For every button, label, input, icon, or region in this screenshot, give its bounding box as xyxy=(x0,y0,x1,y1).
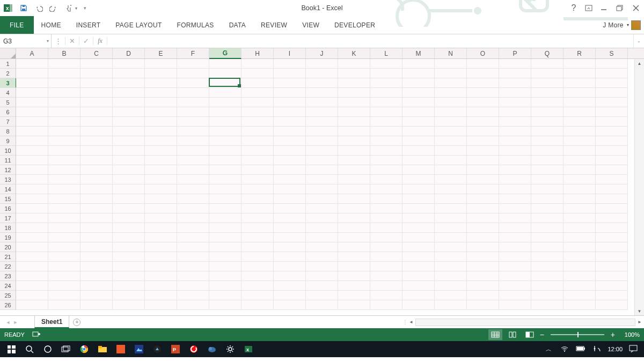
cell[interactable] xyxy=(113,242,145,252)
cell[interactable] xyxy=(596,98,628,107)
cell[interactable] xyxy=(48,252,80,262)
cell[interactable] xyxy=(241,213,274,223)
cell[interactable] xyxy=(80,165,113,175)
zoom-in-button[interactable]: + xyxy=(611,330,615,339)
battery-icon[interactable] xyxy=(575,346,586,352)
cell[interactable] xyxy=(596,252,628,262)
cell[interactable] xyxy=(531,78,564,88)
cell[interactable] xyxy=(338,88,370,98)
cell[interactable] xyxy=(531,127,564,136)
clock[interactable]: 12:00 xyxy=(608,346,623,352)
cell[interactable] xyxy=(564,252,596,262)
cell[interactable] xyxy=(145,146,177,156)
cell[interactable] xyxy=(241,271,274,281)
cell[interactable] xyxy=(80,175,113,184)
column-header[interactable]: H xyxy=(241,48,274,58)
column-header[interactable]: M xyxy=(402,48,435,58)
insert-function-button[interactable]: fx xyxy=(93,37,107,45)
cell[interactable] xyxy=(306,252,338,262)
cell[interactable] xyxy=(177,59,209,69)
cell[interactable] xyxy=(435,156,467,165)
cell[interactable] xyxy=(402,136,435,146)
cell[interactable] xyxy=(177,78,209,88)
cell[interactable] xyxy=(80,252,113,262)
cell[interactable] xyxy=(499,78,531,88)
cell[interactable] xyxy=(338,262,370,271)
cell[interactable] xyxy=(499,69,531,78)
row-header[interactable]: 19 xyxy=(0,233,16,242)
cell[interactable] xyxy=(564,242,596,252)
cell[interactable] xyxy=(241,194,274,204)
app-icon-cloud[interactable] xyxy=(203,341,221,357)
cell[interactable] xyxy=(241,281,274,291)
powerpoint-icon[interactable]: P xyxy=(166,341,185,357)
cell[interactable] xyxy=(564,262,596,271)
cell[interactable] xyxy=(241,233,274,242)
cell[interactable] xyxy=(80,107,113,117)
cell[interactable] xyxy=(499,204,531,213)
cell[interactable] xyxy=(274,242,306,252)
column-header[interactable]: D xyxy=(113,48,145,58)
cell[interactable] xyxy=(370,271,402,281)
cell[interactable] xyxy=(467,127,499,136)
row-header[interactable]: 18 xyxy=(0,223,16,233)
cell[interactable] xyxy=(338,127,370,136)
row-header[interactable]: 2 xyxy=(0,69,16,78)
cell[interactable] xyxy=(531,88,564,98)
cell[interactable] xyxy=(177,262,209,271)
cell[interactable] xyxy=(48,156,80,165)
cell[interactable] xyxy=(370,59,402,69)
tab-review[interactable]: REVIEW xyxy=(253,16,295,34)
cell[interactable] xyxy=(467,194,499,204)
cell[interactable] xyxy=(145,59,177,69)
cell[interactable] xyxy=(435,242,467,252)
cell[interactable] xyxy=(338,107,370,117)
ribbon-display-options-button[interactable] xyxy=(582,1,596,16)
column-header[interactable]: O xyxy=(467,48,499,58)
zoom-slider[interactable] xyxy=(551,334,604,335)
cell[interactable] xyxy=(145,300,177,310)
cell[interactable] xyxy=(596,59,628,69)
vertical-scrollbar[interactable]: ▲ ▼ xyxy=(634,59,644,315)
cell[interactable] xyxy=(274,88,306,98)
column-header[interactable]: J xyxy=(306,48,338,58)
cell[interactable] xyxy=(80,262,113,271)
row-header[interactable]: 23 xyxy=(0,271,16,281)
cell[interactable] xyxy=(113,271,145,281)
cell[interactable] xyxy=(16,146,48,156)
cell[interactable] xyxy=(467,59,499,69)
cell[interactable] xyxy=(370,69,402,78)
cell[interactable] xyxy=(113,291,145,300)
cell[interactable] xyxy=(435,213,467,223)
cell[interactable] xyxy=(241,136,274,146)
cell[interactable] xyxy=(338,146,370,156)
cell[interactable] xyxy=(16,242,48,252)
cell[interactable] xyxy=(531,136,564,146)
cell[interactable] xyxy=(596,127,628,136)
cell[interactable] xyxy=(467,69,499,78)
cell[interactable] xyxy=(241,127,274,136)
cell[interactable] xyxy=(499,271,531,281)
touch-mode-button[interactable]: ▾ xyxy=(61,1,80,16)
cell[interactable] xyxy=(16,117,48,127)
column-header[interactable]: P xyxy=(499,48,531,58)
row-header[interactable]: 8 xyxy=(0,127,16,136)
cell[interactable] xyxy=(596,146,628,156)
cell[interactable] xyxy=(467,165,499,175)
cell[interactable] xyxy=(113,204,145,213)
cell[interactable] xyxy=(80,156,113,165)
cell[interactable] xyxy=(306,223,338,233)
cell[interactable] xyxy=(209,156,241,165)
cell[interactable] xyxy=(596,271,628,281)
cell[interactable] xyxy=(274,69,306,78)
cell[interactable] xyxy=(16,184,48,194)
cell[interactable] xyxy=(435,146,467,156)
qat-customize-button[interactable]: ▾ xyxy=(80,1,89,16)
cell[interactable] xyxy=(80,127,113,136)
cell[interactable] xyxy=(370,242,402,252)
cell[interactable] xyxy=(596,242,628,252)
cell[interactable] xyxy=(338,78,370,88)
cell[interactable] xyxy=(113,146,145,156)
sheet-nav-prev[interactable]: ◄ xyxy=(4,320,12,325)
cell[interactable] xyxy=(177,136,209,146)
